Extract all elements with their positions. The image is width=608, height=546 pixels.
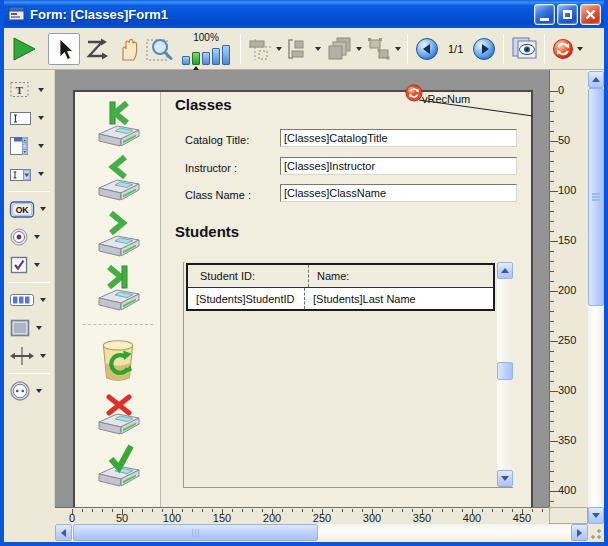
- delete-record-button[interactable]: [93, 336, 143, 386]
- line-tool-button[interactable]: [4, 342, 54, 370]
- chevron-down-icon: [36, 326, 42, 330]
- previous-record-button[interactable]: [89, 154, 147, 204]
- close-button[interactable]: [580, 4, 601, 25]
- ruler-tick: [550, 171, 554, 172]
- chevron-down-icon: [36, 389, 42, 393]
- field-label[interactable]: Class Name :: [185, 186, 251, 204]
- student-id-cell[interactable]: [Students]StudentID: [188, 293, 304, 305]
- close-icon: [585, 9, 596, 20]
- play-icon: [11, 36, 37, 62]
- pan-tool-button[interactable]: [112, 33, 144, 65]
- ruler-tick: [502, 509, 503, 512]
- ruler-tick: [292, 509, 293, 512]
- text-field-tool-button[interactable]: [4, 104, 54, 132]
- radio-button-tool-button[interactable]: [4, 223, 54, 251]
- arrange-layers-menu-button[interactable]: [325, 36, 362, 62]
- browse-scrollbar[interactable]: [497, 262, 514, 487]
- ruler-tick: [92, 509, 93, 512]
- label-tool-button[interactable]: T: [4, 76, 54, 104]
- next-record-button[interactable]: [89, 210, 147, 260]
- preview-eye-icon: [511, 36, 538, 61]
- ruler-tick: [550, 501, 554, 502]
- ruler-label: 400: [463, 512, 481, 524]
- titlebar: Form: [Classes]Form1: [0, 0, 608, 28]
- zoom-scale-bars-icon: [182, 43, 230, 65]
- ruler-label: 450: [513, 512, 531, 524]
- resize-icon: [366, 37, 392, 61]
- button-tool-button[interactable]: OK: [4, 195, 54, 223]
- scroll-left-button[interactable]: [55, 524, 72, 541]
- ruler-tick: [550, 131, 554, 132]
- ruler-tick: [550, 271, 554, 272]
- tab-order-tool-button[interactable]: [80, 33, 112, 65]
- form-window-icon: [8, 6, 25, 22]
- rectangle-tool-button[interactable]: [4, 314, 54, 342]
- run-form-button[interactable]: [8, 33, 40, 65]
- resize-grip-icon: [590, 528, 602, 540]
- ellipse-tool-button[interactable]: [4, 377, 54, 405]
- value-bar-tool-button[interactable]: [4, 286, 54, 314]
- maximize-button[interactable]: [557, 4, 578, 25]
- horizontal-scrollbar[interactable]: [55, 524, 588, 542]
- layout-menu-button[interactable]: [286, 37, 321, 61]
- scroll-up-button[interactable]: [588, 71, 604, 88]
- first-record-button[interactable]: [89, 100, 147, 150]
- scrollbar-thumb[interactable]: [588, 88, 604, 306]
- field-label[interactable]: Catalog Title:: [185, 131, 249, 149]
- ruler-tick: [152, 509, 153, 512]
- resize-menu-button[interactable]: [366, 37, 401, 61]
- ruler-tick: [550, 471, 554, 472]
- ruler-tick: [550, 421, 554, 422]
- ruler-tick: [550, 191, 558, 192]
- scroll-up-button[interactable]: [497, 262, 513, 279]
- ruler-tick: [402, 509, 403, 512]
- refresh-button[interactable]: [552, 38, 583, 60]
- scrollbar-thumb[interactable]: [73, 524, 318, 541]
- list-box-tool-icon: [9, 136, 33, 156]
- save-record-button[interactable]: [89, 444, 147, 490]
- last-name-cell[interactable]: [Students]Last Name: [304, 288, 493, 309]
- alignment-menu-button[interactable]: [247, 37, 282, 61]
- ruler-label: 50: [116, 512, 128, 524]
- scrollbar-thumb[interactable]: [497, 362, 513, 380]
- select-tool-button[interactable]: [48, 33, 80, 65]
- instructor-field[interactable]: [Classes]Instructor: [280, 157, 517, 175]
- scroll-right-button[interactable]: [571, 524, 588, 541]
- hand-icon: [115, 36, 141, 62]
- table-row[interactable]: [Students]StudentID [Students]Last Name: [188, 287, 493, 309]
- print-preview-button[interactable]: [508, 33, 540, 65]
- ruler-tick: [550, 181, 554, 182]
- zoom-level-widget[interactable]: 100%: [182, 32, 230, 65]
- cancel-x-icon: [89, 394, 147, 438]
- ruler-tick: [550, 381, 554, 382]
- last-record-button[interactable]: [89, 264, 147, 314]
- next-page-button[interactable]: [473, 38, 495, 60]
- chevron-down-icon: [315, 47, 321, 51]
- catalog-title-field[interactable]: [Classes]CatalogTitle: [280, 129, 517, 147]
- scroll-down-button[interactable]: [588, 507, 604, 524]
- minimize-button[interactable]: [534, 4, 555, 25]
- students-table[interactable]: Student ID: Name: [Students]StudentID [S…: [186, 263, 495, 311]
- students-browse-region[interactable]: Student ID: Name: [Students]StudentID [S…: [183, 262, 513, 488]
- classes-heading[interactable]: Classes: [175, 96, 232, 113]
- form-design-surface[interactable]: Classes vRecNum: [73, 90, 533, 507]
- previous-page-button[interactable]: [416, 38, 438, 60]
- combo-box-tool-button[interactable]: [4, 160, 54, 188]
- recnum-object[interactable]: vRecNum: [405, 84, 535, 124]
- check-box-tool-button[interactable]: [4, 251, 54, 279]
- ruler-tick: [392, 509, 393, 512]
- zoom-tool-button[interactable]: [144, 33, 176, 65]
- class-name-field[interactable]: [Classes]ClassName: [280, 184, 517, 202]
- students-heading[interactable]: Students: [175, 223, 239, 240]
- resize-grip[interactable]: [588, 524, 604, 542]
- ruler-tick: [550, 201, 554, 202]
- cancel-record-button[interactable]: [89, 394, 147, 438]
- ruler-label: 250: [558, 334, 576, 346]
- vertical-scrollbar[interactable]: [588, 70, 604, 507]
- design-canvas[interactable]: Classes vRecNum: [55, 70, 549, 507]
- field-label[interactable]: Instructor :: [185, 159, 237, 177]
- scroll-down-button[interactable]: [497, 470, 513, 487]
- list-box-tool-button[interactable]: [4, 132, 54, 160]
- ruler-tick: [482, 509, 483, 512]
- ruler-label: 300: [363, 512, 381, 524]
